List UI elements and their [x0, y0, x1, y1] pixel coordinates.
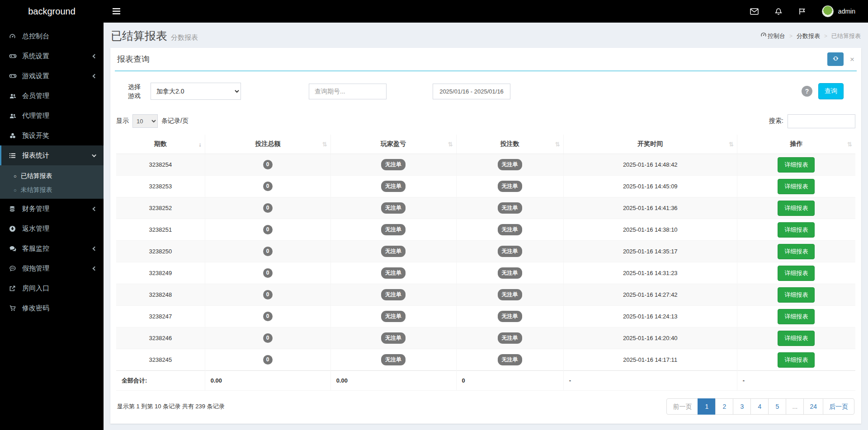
- flag-icon[interactable]: [798, 8, 806, 15]
- detail-report-button[interactable]: 详细报表: [778, 157, 815, 173]
- detail-report-button[interactable]: 详细报表: [778, 179, 815, 194]
- users-icon: [9, 93, 22, 99]
- column-header-投注数[interactable]: 投注数⇅: [456, 135, 563, 154]
- table-row: 3238252 0 无注单 无注单 2025-01-16 14:41:36 详细…: [116, 197, 855, 219]
- sidebar-item-房间入口[interactable]: 房间入口: [0, 278, 104, 298]
- period-search-input[interactable]: [309, 84, 387, 99]
- pagination-page-2[interactable]: 2: [715, 398, 733, 415]
- cell-bet-total: 0: [205, 154, 330, 176]
- cubes-icon: [9, 132, 22, 139]
- user-menu[interactable]: admin: [822, 5, 855, 17]
- page-size-select[interactable]: 10: [132, 114, 158, 128]
- sidebar: 总控制台 系统设置 游戏设置 会员管理 代理管理 预设开奖 报表统计 ○已结算报…: [0, 23, 104, 430]
- detail-report-button[interactable]: 详细报表: [778, 222, 815, 238]
- download-icon: [9, 225, 22, 232]
- column-header-玩家盈亏[interactable]: 玩家盈亏⇅: [330, 135, 456, 154]
- summary-total: 0.00: [205, 371, 330, 391]
- cell-action: 详细报表: [737, 306, 855, 327]
- pagination-page-3[interactable]: 3: [733, 398, 751, 415]
- detail-report-button[interactable]: 详细报表: [778, 331, 815, 346]
- sidebar-item-系统设置[interactable]: 系统设置: [0, 46, 104, 66]
- sidebar-submenu: ○已结算报表○未结算报表: [0, 165, 104, 199]
- game-select[interactable]: 加拿大2.0: [151, 83, 241, 100]
- show-suffix-label: 条记录/页: [161, 117, 189, 125]
- sidebar-item-预设开奖[interactable]: 预设开奖: [0, 126, 104, 145]
- cell-bet-total: 0: [205, 349, 330, 371]
- cell-draw-time: 2025-01-16 14:48:42: [563, 154, 737, 176]
- cell-period: 3238246: [116, 327, 205, 349]
- sidebar-item-返水管理[interactable]: 返水管理: [0, 219, 104, 238]
- cell-bet-total: 0: [205, 176, 330, 197]
- search-wrap: 搜索:: [769, 114, 855, 128]
- sidebar-item-会员管理[interactable]: 会员管理: [0, 86, 104, 106]
- collapse-button[interactable]: ×: [850, 56, 854, 63]
- column-header-操作[interactable]: 操作⇅: [737, 135, 855, 154]
- column-header-label: 玩家盈亏: [381, 140, 406, 147]
- envelope-icon[interactable]: [750, 8, 759, 15]
- detail-report-button[interactable]: 详细报表: [778, 244, 815, 259]
- bell-icon[interactable]: [775, 8, 782, 15]
- table-search-input[interactable]: [788, 114, 855, 128]
- query-button[interactable]: 查询: [818, 83, 844, 99]
- sidebar-item-修改密码[interactable]: 修改密码: [0, 298, 104, 318]
- cell-draw-time: 2025-01-16 14:41:36: [563, 197, 737, 219]
- sidebar-subitem-未结算报表[interactable]: ○未结算报表: [0, 183, 104, 197]
- table-head: 期数↓投注总额⇅玩家盈亏⇅投注数⇅开奖时间⇅操作⇅: [116, 135, 855, 154]
- help-icon[interactable]: ?: [802, 86, 812, 97]
- bet-total-badge: 0: [263, 225, 273, 234]
- pagination-page-24[interactable]: 24: [803, 398, 823, 415]
- chevron-icon: [93, 206, 97, 211]
- pagination-page-5[interactable]: 5: [768, 398, 786, 415]
- pagination-page-1[interactable]: 1: [698, 398, 716, 415]
- column-header-期数[interactable]: 期数↓: [116, 135, 205, 154]
- sidebar-item-label: 系统设置: [22, 52, 93, 61]
- bet-count-badge: 无注单: [498, 246, 522, 257]
- refresh-button[interactable]: [827, 52, 844, 66]
- sidebar-item-代理管理[interactable]: 代理管理: [0, 106, 104, 126]
- cell-period: 3238253: [116, 176, 205, 197]
- cell-period: 3238247: [116, 306, 205, 327]
- bet-total-badge: 0: [263, 203, 273, 213]
- page-title-text: 已结算报表: [111, 29, 167, 42]
- pagination-next[interactable]: 后一页: [823, 398, 854, 415]
- page-title: 已结算报表分数报表: [111, 28, 198, 43]
- breadcrumb-分数报表[interactable]: 分数报表: [797, 32, 820, 40]
- sidebar-item-报表统计[interactable]: 报表统计: [0, 145, 104, 165]
- date-range-input[interactable]: [433, 84, 510, 99]
- cell-bet-count: 无注单: [456, 176, 563, 197]
- detail-report-button[interactable]: 详细报表: [778, 201, 815, 216]
- bet-total-badge: 0: [263, 333, 273, 343]
- bet-count-badge: 无注单: [498, 159, 522, 170]
- breadcrumb-控制台[interactable]: 控制台: [760, 32, 785, 40]
- pagination-page-4[interactable]: 4: [750, 398, 769, 415]
- tachometer-icon: [9, 33, 22, 40]
- detail-report-button[interactable]: 详细报表: [778, 287, 815, 303]
- sidebar-subitem-已结算报表[interactable]: ○已结算报表: [0, 169, 104, 183]
- summary-label: 全部合计:: [116, 371, 205, 391]
- winloss-badge: 无注单: [381, 311, 406, 322]
- sidebar-item-label: 预设开奖: [22, 131, 96, 140]
- sidebar-item-客服监控[interactable]: 客服监控: [0, 238, 104, 258]
- cell-draw-time: 2025-01-16 14:24:13: [563, 306, 737, 327]
- sidebar-item-财务管理[interactable]: 财务管理: [0, 199, 104, 219]
- sidebar-item-假拖管理[interactable]: 假拖管理: [0, 258, 104, 278]
- cell-bet-count: 无注单: [456, 284, 563, 306]
- cell-bet-total: 0: [205, 306, 330, 327]
- bet-count-badge: 无注单: [498, 224, 522, 235]
- column-header-开奖时间[interactable]: 开奖时间⇅: [563, 135, 737, 154]
- sidebar-item-游戏设置[interactable]: 游戏设置: [0, 66, 104, 86]
- hamburger-icon[interactable]: [104, 0, 129, 23]
- detail-report-button[interactable]: 详细报表: [778, 266, 815, 281]
- winloss-badge: 无注单: [381, 267, 406, 279]
- column-header-投注总额[interactable]: 投注总额⇅: [205, 135, 330, 154]
- circle-o-icon: ○: [14, 187, 17, 193]
- detail-report-button[interactable]: 详细报表: [778, 309, 815, 324]
- sidebar-item-总控制台[interactable]: 总控制台: [0, 26, 104, 46]
- cell-action: 详细报表: [737, 219, 855, 241]
- summary-winloss: 0.00: [330, 371, 456, 391]
- chevron-icon: [93, 74, 97, 78]
- pagination-prev[interactable]: 前一页: [666, 398, 698, 415]
- page-subtitle: 分数报表: [171, 33, 198, 41]
- detail-report-button[interactable]: 详细报表: [778, 352, 815, 368]
- bet-total-badge: 0: [263, 182, 273, 191]
